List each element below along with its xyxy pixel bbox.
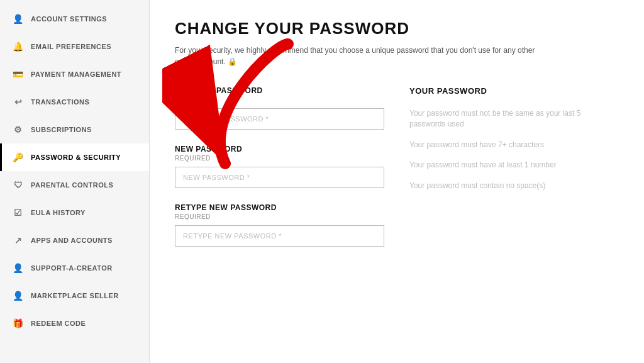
sidebar-item-eula-history[interactable]: ☑ EULA HISTORY <box>0 199 149 226</box>
sidebar-item-marketplace-seller[interactable]: 👤 MARKETPLACE SELLER <box>0 282 149 310</box>
rules-section: Your Password Your password must not be … <box>409 86 619 262</box>
page-subtitle: For your security, we highly recommend t… <box>175 45 552 67</box>
sidebar-label-account-settings: ACCOUNT SETTINGS <box>31 15 107 23</box>
sidebar-label-payment-management: PAYMENT MANAGEMENT <box>31 70 121 78</box>
label-current-password: Current Password <box>175 86 384 95</box>
eula-history-icon: ☑ <box>12 206 25 219</box>
main-content: Change Your Password For your security, … <box>150 0 644 363</box>
rule-item-0: Your password must not be the same as yo… <box>409 108 619 130</box>
sidebar-item-apps-and-accounts[interactable]: ↗ APPS AND ACCOUNTS <box>0 226 149 254</box>
payment-management-icon: 💳 <box>12 68 25 81</box>
input-retype-new-password[interactable] <box>175 225 384 247</box>
sidebar-label-redeem-code: REDEEM CODE <box>31 320 86 327</box>
redeem-code-icon: 🎁 <box>12 317 25 330</box>
field-group-new-password: New Password Required <box>175 145 384 188</box>
field-group-current-password: Current Password Required <box>175 86 384 130</box>
apps-and-accounts-icon: ↗ <box>12 234 25 247</box>
parental-controls-icon: 🛡 <box>12 179 25 191</box>
sidebar: 👤 ACCOUNT SETTINGS 🔔 EMAIL PREFERENCES 💳… <box>0 0 150 363</box>
transactions-icon: ↩ <box>12 96 25 108</box>
label-retype-new-password: Retype New Password <box>175 203 384 212</box>
sidebar-label-marketplace-seller: MARKETPLACE SELLER <box>31 292 119 299</box>
password-security-icon: 🔑 <box>12 151 25 164</box>
marketplace-seller-icon: 👤 <box>12 289 25 302</box>
sidebar-label-email-preferences: EMAIL PREFERENCES <box>31 43 111 50</box>
sidebar-item-transactions[interactable]: ↩ TRANSACTIONS <box>0 88 149 116</box>
required-new-password: Required <box>175 155 384 162</box>
sidebar-item-account-settings[interactable]: 👤 ACCOUNT SETTINGS <box>0 5 149 33</box>
support-a-creator-icon: 👤 <box>12 262 25 274</box>
rule-item-2: Your password must have at least 1 numbe… <box>409 160 619 170</box>
sidebar-item-parental-controls[interactable]: 🛡 PARENTAL CONTROLS <box>0 171 149 199</box>
sidebar-label-parental-controls: PARENTAL CONTROLS <box>31 181 113 189</box>
sidebar-label-subscriptions: SUBSCRIPTIONS <box>31 126 92 133</box>
field-group-retype-new-password: Retype New Password Required <box>175 203 384 247</box>
sidebar-item-payment-management[interactable]: 💳 PAYMENT MANAGEMENT <box>0 60 149 88</box>
label-new-password: New Password <box>175 145 384 154</box>
subscriptions-icon: ⚙ <box>12 123 25 136</box>
page-title: Change Your Password <box>175 19 619 38</box>
content-grid: Current Password Required New Password R… <box>175 86 619 262</box>
sidebar-label-password-security: PASSWORD & SECURITY <box>31 154 121 161</box>
required-retype-new-password: Required <box>175 213 384 220</box>
sidebar-item-email-preferences[interactable]: 🔔 EMAIL PREFERENCES <box>0 33 149 60</box>
sidebar-item-password-security[interactable]: 🔑 PASSWORD & SECURITY <box>0 143 149 171</box>
rules-title: Your Password <box>409 86 619 96</box>
sidebar-item-redeem-code[interactable]: 🎁 REDEEM CODE <box>0 310 149 337</box>
sidebar-label-apps-and-accounts: APPS AND ACCOUNTS <box>31 237 113 244</box>
sidebar-label-support-a-creator: SUPPORT-A-CREATOR <box>31 264 113 272</box>
required-current-password: Required <box>175 96 384 103</box>
input-current-password[interactable] <box>175 108 384 130</box>
rule-item-3: Your password must contain no space(s) <box>409 181 619 191</box>
form-section: Current Password Required New Password R… <box>175 86 384 262</box>
input-new-password[interactable] <box>175 167 384 188</box>
sidebar-label-eula-history: EULA HISTORY <box>31 209 86 216</box>
rule-item-1: Your password must have 7+ characters <box>409 140 619 150</box>
email-preferences-icon: 🔔 <box>12 40 25 53</box>
lock-icon: 🔒 <box>228 57 237 66</box>
sidebar-label-transactions: TRANSACTIONS <box>31 98 89 106</box>
sidebar-item-support-a-creator[interactable]: 👤 SUPPORT-A-CREATOR <box>0 254 149 282</box>
sidebar-item-subscriptions[interactable]: ⚙ SUBSCRIPTIONS <box>0 116 149 143</box>
account-settings-icon: 👤 <box>12 13 25 25</box>
